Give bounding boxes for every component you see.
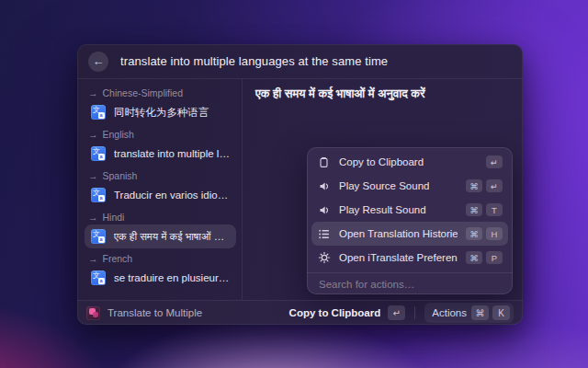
action-label: Play Source Sound (339, 180, 429, 191)
key-badge: K (492, 305, 510, 320)
action-shortcut: ⌘↵ (466, 179, 503, 192)
primary-action-button[interactable]: Copy to Clipboard (289, 307, 381, 318)
section-label: French (103, 253, 133, 264)
action-label: Open Translation Histories (339, 228, 458, 239)
list-item-french[interactable]: 文ase traduire en plusieurs langues… (85, 266, 236, 290)
command-title: Translate to Multiple (107, 307, 202, 318)
key-badge: ↵ (486, 155, 503, 168)
action-shortcut: ↵ (486, 155, 503, 168)
list-item-english[interactable]: 文atranslate into multiple language… (85, 142, 236, 166)
key-badge: ⌘ (471, 305, 489, 320)
translate-icon: 文a (91, 229, 106, 244)
speaker-icon (317, 203, 331, 217)
arrow-left-icon: ← (93, 54, 105, 68)
footer-actions: Copy to Clipboard ↵ Actions ⌘K (289, 303, 514, 323)
actions-button-label: Actions (432, 307, 467, 318)
key-badge: ⌘ (466, 251, 482, 264)
translate-icon: 文a (91, 105, 106, 120)
section-header-chinese-simplified: →Chinese-Simplified (88, 86, 232, 98)
action-shortcut: ⌘H (466, 227, 503, 240)
list-item-hindi[interactable]: 文aएक ही समय में कई भाषाओं में अनुवाद करे… (85, 224, 236, 248)
arrow-right-icon: → (88, 87, 98, 98)
section-label: Hindi (103, 212, 125, 223)
search-header: ← translate into multiple languages at t… (77, 44, 523, 79)
translate-icon: 文a (91, 270, 106, 285)
list-icon (317, 227, 331, 241)
list-item-text: Traducir en varios idiomas en el… (114, 190, 230, 201)
arrow-right-icon: → (88, 253, 98, 264)
list-item-chinese-simplified[interactable]: 文a同时转化为多种语言 (85, 100, 236, 124)
launcher-window: ← translate into multiple languages at t… (77, 44, 523, 325)
actions-button[interactable]: Actions ⌘K (424, 303, 514, 323)
section-header-english: →English (88, 128, 232, 140)
section-label: Spanish (103, 170, 138, 181)
footer-bar: Translate to Multiple Copy to Clipboard … (77, 300, 523, 325)
clipboard-icon (317, 155, 331, 169)
list-item-text: translate into multiple language… (114, 148, 230, 159)
key-badge: ⌘ (466, 227, 482, 240)
action-label: Play Result Sound (339, 204, 426, 215)
footer-divider (414, 306, 415, 319)
action-label: Open iTranslate Preferences (339, 252, 458, 263)
action-item-play-source-sound[interactable]: Play Source Sound⌘↵ (311, 174, 508, 198)
key-badge: ↵ (486, 179, 503, 192)
key-badge: P (486, 251, 503, 264)
key-badge: H (486, 227, 503, 240)
section-label: English (103, 129, 134, 140)
actions-popup-panel: Copy to Clipboard↵Play Source Sound⌘↵Pla… (307, 147, 513, 294)
actions-list: Copy to Clipboard↵Play Source Sound⌘↵Pla… (311, 150, 508, 270)
section-label: Chinese-Simplified (103, 87, 184, 98)
action-item-open-itranslate-preferences[interactable]: Open iTranslate Preferences⌘P (311, 246, 508, 270)
action-label: Copy to Clipboard (339, 156, 424, 167)
gear-icon (317, 251, 331, 265)
translation-result-text: एक ही समय में कई भाषाओं में अनुवाद करें (255, 86, 510, 101)
key-badge: T (486, 203, 503, 216)
actions-search-input[interactable]: Search for actions… (311, 273, 508, 294)
primary-action-keys: ↵ (388, 305, 405, 320)
translate-icon: 文a (91, 188, 106, 202)
key-badge: ⌘ (466, 179, 482, 192)
list-item-text: se traduire en plusieurs langues… (114, 272, 230, 283)
key-badge: ⌘ (466, 203, 482, 216)
translate-icon: 文a (91, 146, 106, 161)
action-shortcut: ⌘T (466, 203, 503, 216)
action-item-copy-to-clipboard[interactable]: Copy to Clipboard↵ (311, 150, 508, 174)
list-item-text: एक ही समय में कई भाषाओं में अनुवाद करें (114, 231, 230, 243)
action-item-play-result-sound[interactable]: Play Result Sound⌘T (311, 198, 508, 222)
translation-results-list: →Chinese-Simplified文a同时转化为多种语言→English文a… (77, 79, 243, 300)
list-item-text: 同时转化为多种语言 (114, 106, 209, 120)
speaker-icon (317, 179, 331, 193)
section-header-french: →French (88, 252, 232, 264)
section-header-spanish: →Spanish (88, 169, 232, 181)
section-header-hindi: →Hindi (88, 211, 232, 223)
arrow-right-icon: → (88, 212, 98, 223)
arrow-right-icon: → (88, 129, 98, 140)
itranslate-app-icon (86, 306, 100, 320)
search-input[interactable]: translate into multiple languages at the… (120, 54, 388, 68)
action-item-open-translation-histories[interactable]: Open Translation Histories⌘H (311, 222, 508, 246)
desktop-background: ← translate into multiple languages at t… (0, 0, 588, 368)
key-badge: ↵ (388, 305, 405, 320)
arrow-right-icon: → (88, 170, 98, 181)
actions-button-keys: ⌘K (471, 305, 510, 320)
list-item-spanish[interactable]: 文aTraducir en varios idiomas en el… (85, 183, 236, 207)
action-shortcut: ⌘P (466, 251, 503, 264)
back-button[interactable]: ← (88, 52, 108, 72)
